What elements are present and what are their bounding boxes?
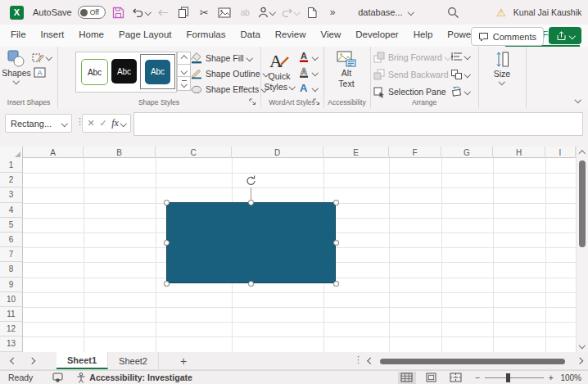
zoom-in-button[interactable]: + xyxy=(549,373,554,382)
edit-shape-button[interactable] xyxy=(32,52,52,63)
row-header-2[interactable]: 2 xyxy=(0,173,22,187)
rotate-objects-button[interactable] xyxy=(450,86,470,97)
row-header-5[interactable]: 5 xyxy=(0,218,22,233)
row-header-13[interactable]: 13 xyxy=(0,337,22,351)
autosave-toggle[interactable]: Off xyxy=(78,6,106,19)
tab-help[interactable]: Help xyxy=(406,25,441,47)
scroll-down-icon[interactable] xyxy=(579,341,586,348)
shape-fill-button[interactable]: Shape Fill xyxy=(191,51,251,65)
text-outline-button[interactable]: A xyxy=(298,66,318,79)
selected-shape[interactable] xyxy=(166,202,336,283)
shape-style-preview-3-selected[interactable]: Abc xyxy=(140,54,175,89)
more-commands-button[interactable]: » xyxy=(325,2,340,22)
scroll-right-icon[interactable] xyxy=(576,358,582,364)
selection-pane-button[interactable]: Selection Pane xyxy=(373,84,446,99)
formula-input[interactable] xyxy=(133,112,583,136)
alt-text-button[interactable]: Alt Text xyxy=(330,51,363,88)
share-button[interactable] xyxy=(549,27,581,44)
row-header-11[interactable]: 11 xyxy=(0,307,22,322)
row-header-6[interactable]: 6 xyxy=(0,233,22,247)
add-sheet-button[interactable]: + xyxy=(180,352,187,369)
accessibility-checker-button[interactable] xyxy=(76,373,86,383)
send-backward-button[interactable]: Send Backward xyxy=(373,67,456,82)
shapes-button[interactable]: Shapes xyxy=(2,50,30,84)
tab-view[interactable]: View xyxy=(314,25,349,47)
quick-styles-button[interactable]: A Quick Styles xyxy=(262,50,296,92)
tab-home[interactable]: Home xyxy=(71,25,111,47)
row-header-7[interactable]: 7 xyxy=(0,247,22,262)
column-header-E[interactable]: E xyxy=(323,147,389,158)
excel-app-icon[interactable]: X xyxy=(10,6,24,20)
column-header-F[interactable]: F xyxy=(389,147,441,158)
page-layout-view-button[interactable] xyxy=(423,372,441,384)
shape-handle-nw[interactable] xyxy=(164,200,170,206)
align-button[interactable] xyxy=(450,52,470,61)
accessibility-status[interactable]: Accessibility: Investigate xyxy=(89,373,192,382)
macro-record-button[interactable] xyxy=(52,373,63,382)
comments-button[interactable]: Comments xyxy=(471,27,544,46)
column-header-H[interactable]: H xyxy=(493,147,545,158)
page-break-view-button[interactable] xyxy=(447,372,465,384)
column-header-B[interactable]: B xyxy=(84,147,156,158)
next-sheet-icon[interactable] xyxy=(28,358,34,364)
back-button[interactable] xyxy=(156,2,170,22)
row-header-4[interactable]: 4 xyxy=(0,203,22,218)
column-header-C[interactable]: C xyxy=(156,147,232,158)
horizontal-scrollbar[interactable] xyxy=(365,357,583,365)
scroll-up-icon[interactable] xyxy=(579,151,586,157)
cut-button[interactable]: ✂ xyxy=(197,2,211,22)
name-box[interactable]: Rectang... xyxy=(5,114,72,133)
select-all-button[interactable] xyxy=(0,147,23,158)
row-header-12[interactable]: 12 xyxy=(0,322,22,337)
sheet-bar-options-icon[interactable]: ⋮ xyxy=(354,355,363,365)
shape-effects-button[interactable]: Shape Effects xyxy=(191,82,267,96)
user-name[interactable]: Kunal Jai Kaushik xyxy=(513,7,581,17)
row-header-3[interactable]: 3 xyxy=(0,187,22,202)
tab-file[interactable]: File xyxy=(3,25,34,47)
spreadsheet-grid[interactable]: ABCDEFGHI 12345678910111213 xyxy=(0,147,576,352)
shape-handle-ne[interactable] xyxy=(333,200,339,206)
zoom-slider-thumb[interactable] xyxy=(506,373,510,382)
zoom-slider[interactable] xyxy=(485,377,544,378)
sheet-tab-sheet1[interactable]: Sheet1 xyxy=(57,352,108,369)
warning-icon[interactable]: ⚠ xyxy=(496,7,506,19)
shape-style-preview-2[interactable]: Abc xyxy=(111,59,137,84)
column-header-G[interactable]: G xyxy=(441,147,493,158)
insert-picture-button[interactable] xyxy=(217,2,232,22)
shape-handle-e[interactable] xyxy=(333,240,339,246)
document-title[interactable]: database... xyxy=(353,5,418,20)
new-document-button[interactable] xyxy=(305,2,319,22)
horizontal-scrollbar-thumb[interactable] xyxy=(380,359,565,364)
size-button[interactable]: Size xyxy=(487,51,517,84)
scroll-left-icon[interactable] xyxy=(368,358,374,364)
tab-page-layout[interactable]: Page Layout xyxy=(111,25,179,47)
tab-insert[interactable]: Insert xyxy=(34,25,72,47)
collapse-ribbon-icon[interactable] xyxy=(574,96,581,102)
tab-developer[interactable]: Developer xyxy=(348,25,405,47)
bring-forward-button[interactable]: Bring Forward xyxy=(373,50,450,65)
undo-button[interactable] xyxy=(132,2,151,22)
text-effects-button[interactable]: A xyxy=(298,82,318,94)
tab-review[interactable]: Review xyxy=(268,25,314,47)
column-header-I[interactable]: I xyxy=(545,147,576,158)
shape-handle-s[interactable] xyxy=(248,281,254,287)
gallery-more-button[interactable] xyxy=(177,76,191,91)
person-button[interactable] xyxy=(258,2,275,22)
text-fill-button[interactable]: A xyxy=(298,51,318,63)
tab-data[interactable]: Data xyxy=(233,25,268,47)
shape-handle-se[interactable] xyxy=(333,281,339,287)
vertical-scrollbar[interactable] xyxy=(576,147,588,352)
rotate-handle[interactable] xyxy=(245,174,257,187)
text-box-button[interactable]: A xyxy=(34,67,46,78)
shape-handle-n[interactable] xyxy=(248,200,254,206)
vertical-scrollbar-thumb[interactable] xyxy=(579,160,586,247)
save-button[interactable] xyxy=(111,2,126,22)
row-header-10[interactable]: 10 xyxy=(0,292,22,307)
column-header-D[interactable]: D xyxy=(232,147,323,158)
column-header-A[interactable]: A xyxy=(23,147,84,158)
shape-handle-sw[interactable] xyxy=(164,281,170,287)
normal-view-button[interactable] xyxy=(398,372,416,384)
zoom-level[interactable]: 100% xyxy=(559,373,581,382)
tab-formulas[interactable]: Formulas xyxy=(179,25,233,47)
row-header-1[interactable]: 1 xyxy=(0,158,22,173)
